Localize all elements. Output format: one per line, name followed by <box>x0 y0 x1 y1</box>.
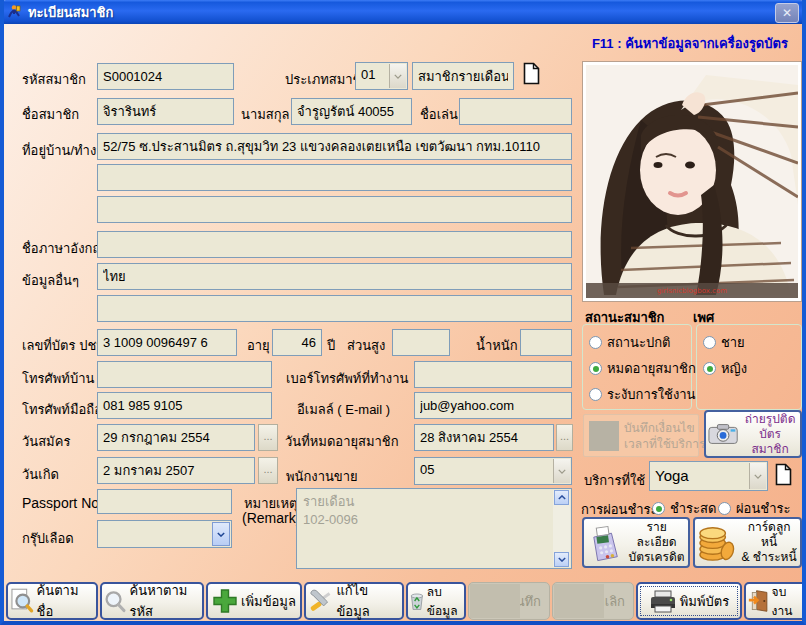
delete-record-button[interactable]: ลบข้อมูล <box>406 582 466 620</box>
height-input[interactable] <box>392 329 450 356</box>
expire-date-label: วันที่หมดอายุสมาชิก <box>285 431 399 452</box>
scroll-up-icon[interactable] <box>554 490 569 505</box>
first-name-label: ชื่อสมาชิก <box>22 104 79 125</box>
chevron-down-icon[interactable] <box>389 64 406 88</box>
app-icon <box>6 4 22 20</box>
expire-date-picker-button[interactable]: ... <box>556 424 573 451</box>
radio-icon[interactable] <box>718 502 731 515</box>
register-date-label: วันสมัคร <box>22 431 70 452</box>
radio-icon[interactable] <box>589 336 602 349</box>
plus-icon <box>212 588 238 614</box>
radio-icon[interactable] <box>589 362 602 375</box>
id-card-input[interactable] <box>97 329 237 356</box>
chevron-down-icon[interactable] <box>749 463 766 489</box>
radio-status-normal[interactable]: สถานะปกติ <box>589 332 671 353</box>
remark-label-line2: (Remark) <box>242 510 300 526</box>
blood-group-select[interactable] <box>97 520 232 548</box>
camera-icon <box>708 422 738 446</box>
radio-icon[interactable] <box>652 502 665 515</box>
button-label: แก้ไขข้อมูล <box>336 580 400 622</box>
english-name-input[interactable] <box>97 231 572 258</box>
radio-payment-cash[interactable]: ชำระสด <box>652 498 716 519</box>
register-date-picker-button[interactable]: ... <box>258 424 278 451</box>
radio-status-suspended[interactable]: ระงับการใช้งาน <box>589 384 695 405</box>
search-icon <box>104 588 127 614</box>
first-name-input[interactable] <box>97 98 234 125</box>
birth-date-label: วันเกิด <box>22 464 59 485</box>
salesperson-select[interactable]: 05 <box>414 457 572 485</box>
cancel-button-disabled: ยกเลิก <box>552 582 634 620</box>
radio-icon[interactable] <box>589 388 602 401</box>
expire-date-input[interactable] <box>414 424 554 451</box>
credit-card-detail-label: รายละเอียด บัตรเครดิต <box>627 520 686 565</box>
exit-button[interactable]: จบงาน <box>744 582 806 620</box>
credit-card-detail-button[interactable]: รายละเอียด บัตรเครดิต <box>582 517 690 568</box>
chevron-down-icon[interactable] <box>553 459 570 483</box>
service-value: Yoga <box>655 467 689 484</box>
radio-gender-female[interactable]: หญิง <box>703 358 747 379</box>
close-button[interactable]: ✕ <box>775 3 799 23</box>
title-bar: ทะเบียนสมาชิก ✕ <box>0 0 806 24</box>
service-label: บริการที่ใช้ <box>584 470 645 491</box>
age-unit-label: ปี <box>327 335 335 356</box>
button-label: เพิ่มข้อมูล <box>241 591 296 612</box>
print-card-button[interactable]: พิมพ์บัตร <box>636 582 742 620</box>
salesperson-value: 05 <box>420 462 434 477</box>
add-record-button[interactable]: เพิ่มข้อมูล <box>206 582 302 620</box>
radio-icon[interactable] <box>703 362 716 375</box>
button-label: จบงาน <box>772 582 802 620</box>
other-info-extra-input[interactable] <box>97 295 572 322</box>
register-date-input[interactable] <box>97 424 255 451</box>
disabled-icon-placeholder <box>589 421 619 451</box>
birth-date-picker-button[interactable]: ... <box>258 457 278 484</box>
button-label: พิมพ์บัตร <box>680 591 729 612</box>
scroll-down-icon[interactable] <box>554 552 569 567</box>
weight-input[interactable] <box>520 329 572 356</box>
email-label: อีเมลล์ ( E-mail ) <box>297 399 390 420</box>
radio-payment-installment[interactable]: ผ่อนชำระ <box>718 498 790 519</box>
new-document-icon[interactable] <box>523 62 540 85</box>
member-photo: girlsnicblogbox.com <box>582 61 802 302</box>
search-by-code-button[interactable]: ค้นหาตามรหัส <box>100 582 204 620</box>
address-line1-input[interactable] <box>97 133 572 160</box>
mobile-phone-input[interactable] <box>97 392 272 419</box>
member-registration-window: ทะเบียนสมาชิก ✕ F11 : ค้นหาข้อมูลจากเครื… <box>0 0 806 625</box>
search-page-icon <box>10 588 34 614</box>
take-photo-label: ถ่ายรูปติด บัตรสมาชิก <box>742 412 798 457</box>
member-code-input[interactable] <box>97 63 234 90</box>
chevron-down-icon[interactable] <box>212 522 230 546</box>
work-phone-input[interactable] <box>414 361 572 388</box>
birth-date-input[interactable] <box>97 457 255 484</box>
remark-scrollbar[interactable] <box>553 490 570 567</box>
card-terminal-icon <box>586 523 623 563</box>
save-condition-button-disabled: บันทึกเงื่อนไข เวลาที่ใช้บริการ <box>583 414 699 457</box>
radio-status-expired[interactable]: หมดอายุสมาชิก <box>589 358 696 379</box>
recycle-bin-icon <box>410 589 424 613</box>
service-select[interactable]: Yoga <box>649 461 768 491</box>
address-line2-input[interactable] <box>97 164 572 191</box>
radio-icon[interactable] <box>703 336 716 349</box>
save-button-disabled: บันทึก <box>468 582 550 620</box>
edit-record-button[interactable]: แก้ไขข้อมูล <box>304 582 404 620</box>
work-phone-label: เบอร์โทรศัพท์ที่ทำงาน <box>286 368 408 389</box>
search-by-name-button[interactable]: ค้นตามชื่อ <box>6 582 98 620</box>
member-type-select[interactable]: 01 <box>355 62 408 90</box>
last-name-input[interactable] <box>291 98 412 125</box>
remark-textarea[interactable]: รายเดือน 102-0096 <box>296 488 572 569</box>
other-info-input[interactable] <box>97 263 572 290</box>
new-document-icon[interactable] <box>775 463 792 486</box>
member-type-name-field[interactable] <box>412 62 514 90</box>
mobile-phone-label: โทรศัพท์มือถือ <box>22 399 102 420</box>
email-input[interactable] <box>414 392 572 419</box>
debtor-card-button[interactable]: การ์ดลูกหนี้ & ชำระหนี้ <box>693 517 802 568</box>
address-line3-input[interactable] <box>97 196 572 223</box>
home-phone-input[interactable] <box>97 361 272 388</box>
height-label: ส่วนสูง <box>347 335 385 356</box>
radio-gender-male[interactable]: ชาย <box>703 332 745 353</box>
passport-input[interactable] <box>97 489 232 514</box>
english-name-label: ชื่อภาษาอังกฤษ <box>22 238 109 259</box>
member-photo-image: girlsnicblogbox.com <box>586 65 798 298</box>
nickname-input[interactable] <box>459 98 572 125</box>
age-input[interactable] <box>272 329 322 356</box>
take-photo-button[interactable]: ถ่ายรูปติด บัตรสมาชิก <box>704 410 802 458</box>
